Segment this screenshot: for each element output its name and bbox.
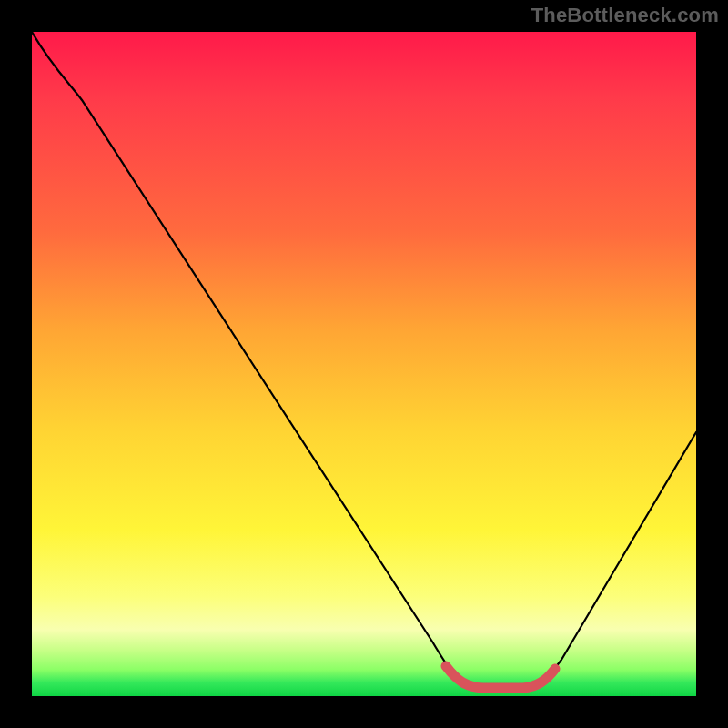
chart-frame: TheBottleneck.com [0, 0, 728, 728]
plot-area [32, 32, 696, 696]
bottleneck-curve-svg [32, 32, 696, 696]
bottleneck-curve-line [32, 32, 696, 687]
watermark-text: TheBottleneck.com [531, 4, 719, 27]
flat-bottom-highlight [446, 666, 555, 688]
